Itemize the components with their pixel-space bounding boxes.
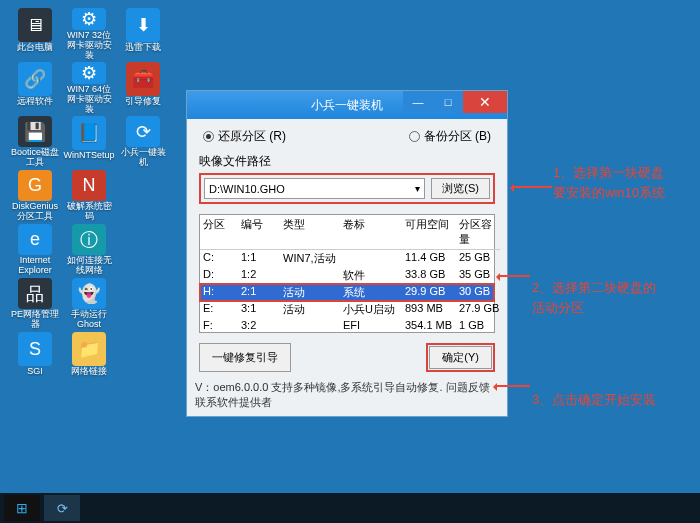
cell (280, 318, 340, 332)
desktop-icon-PE网络管理器[interactable]: 品PE网络管理器 (10, 278, 60, 330)
desktop-icon-网络链接[interactable]: 📁网络链接 (64, 332, 114, 384)
image-path-input[interactable]: D:\WIN10.GHO ▾ (204, 178, 425, 199)
icon-label: DiskGenius分区工具 (10, 202, 60, 222)
desktop-icon-如何连接无线网络[interactable]: ⓘ如何连接无线网络 (64, 224, 114, 276)
taskbar[interactable]: ⊞ ⟳ (0, 493, 700, 523)
col-header[interactable]: 卷标 (340, 215, 402, 250)
arrow-1 (512, 186, 552, 188)
desktop-icon-Internet Explorer[interactable]: eInternet Explorer (10, 224, 60, 276)
app-icon: ⚙ (72, 8, 106, 30)
desktop-icon-破解系统密码[interactable]: N破解系统密码 (64, 170, 114, 222)
cell: 软件 (340, 267, 402, 284)
icon-label: 引导修复 (125, 97, 161, 107)
ok-highlight: 确定(Y) (426, 343, 495, 372)
annotation-3: 3、点击确定开始安装 (532, 390, 656, 410)
desktop-icon-Bootice磁盘工具[interactable]: 💾Bootice磁盘工具 (10, 116, 60, 168)
col-header[interactable]: 编号 (238, 215, 280, 250)
icon-label: WIN7 64位网卡驱动安装 (64, 85, 114, 115)
cell: 活动 (280, 284, 340, 301)
desktop-icon-远程软件[interactable]: 🔗远程软件 (10, 62, 60, 114)
app-icon: 📁 (72, 332, 106, 366)
desktop-icon-SGI[interactable]: SSGI (10, 332, 60, 384)
cell: F: (200, 318, 238, 332)
cell: 1:2 (238, 267, 280, 284)
desktop-icon-WIN7 64位网卡驱动安装[interactable]: ⚙WIN7 64位网卡驱动安装 (64, 62, 114, 114)
desktop-icon-WinNTSetup[interactable]: 📘WinNTSetup (64, 116, 114, 168)
cell: 3:1 (238, 301, 280, 318)
desktop: 🖥此台电脑⚙WIN7 32位网卡驱动安装⬇迅雷下载🔗远程软件⚙WIN7 64位网… (0, 0, 700, 523)
cell: 1:1 (238, 250, 280, 267)
col-header[interactable]: 分区容量 (456, 215, 500, 250)
icon-label: Bootice磁盘工具 (10, 148, 60, 168)
start-button[interactable]: ⊞ (4, 495, 40, 521)
desktop-icon-此台电脑[interactable]: 🖥此台电脑 (10, 8, 60, 60)
annotation-2: 2、选择第二块硬盘的 活动分区 (532, 278, 656, 317)
restore-label: 还原分区 (R) (218, 128, 286, 145)
table-row[interactable]: H:2:1活动系统29.9 GB30 GB (200, 284, 494, 301)
icon-label: 手动运行Ghost (64, 310, 114, 330)
desktop-icon-WIN7 32位网卡驱动安装[interactable]: ⚙WIN7 32位网卡驱动安装 (64, 8, 114, 60)
table-row[interactable]: D:1:2软件33.8 GB35 GB (200, 267, 494, 284)
app-icon: S (18, 332, 52, 366)
maximize-button[interactable]: □ (433, 91, 463, 113)
cell: C: (200, 250, 238, 267)
cell: 活动 (280, 301, 340, 318)
cell (280, 267, 340, 284)
arrow-3 (495, 385, 530, 387)
cell: 30 GB (456, 284, 500, 301)
col-header[interactable]: 可用空间 (402, 215, 456, 250)
repair-boot-button[interactable]: 一键修复引导 (199, 343, 291, 372)
icon-label: 破解系统密码 (64, 202, 114, 222)
desktop-icon-手动运行Ghost[interactable]: 👻手动运行Ghost (64, 278, 114, 330)
backup-label: 备份分区 (B) (424, 128, 491, 145)
desktop-icon-引导修复[interactable]: 🧰引导修复 (118, 62, 168, 114)
cell: 1 GB (456, 318, 500, 332)
table-row[interactable]: F:3:2EFI354.1 MB1 GB (200, 318, 494, 332)
chevron-down-icon[interactable]: ▾ (415, 183, 420, 194)
restore-radio[interactable]: 还原分区 (R) (203, 128, 286, 145)
col-header[interactable]: 分区 (200, 215, 238, 250)
cell: H: (200, 284, 238, 301)
titlebar[interactable]: 小兵一键装机 — □ ✕ (187, 91, 507, 119)
annotation-1: 1、选择第一块硬盘 要安装的win10系统 (553, 163, 665, 202)
cell: 11.4 GB (402, 250, 456, 267)
desktop-icon-迅雷下载[interactable]: ⬇迅雷下载 (118, 8, 168, 60)
icon-label: 远程软件 (17, 97, 53, 107)
cell: 25 GB (456, 250, 500, 267)
desktop-icon-DiskGenius分区工具[interactable]: GDiskGenius分区工具 (10, 170, 60, 222)
task-installer[interactable]: ⟳ (44, 495, 80, 521)
table-row[interactable]: C:1:1WIN7,活动11.4 GB25 GB (200, 250, 494, 267)
col-header[interactable]: 类型 (280, 215, 340, 250)
app-icon: ⬇ (126, 8, 160, 42)
app-icon: 品 (18, 278, 52, 309)
app-icon: 💾 (18, 116, 52, 147)
icon-label: Internet Explorer (10, 256, 60, 276)
cell: 27.9 GB (456, 301, 500, 318)
icon-label: 此台电脑 (17, 43, 53, 53)
icon-label: 如何连接无线网络 (64, 256, 114, 276)
cell: WIN7,活动 (280, 250, 340, 267)
close-button[interactable]: ✕ (463, 91, 507, 113)
status-text: V：oem6.0.0.0 支持多种镜像,多系统引导自动修复. 问题反馈联系软件提… (187, 378, 507, 416)
icon-label: PE网络管理器 (10, 310, 60, 330)
app-icon: ⚙ (72, 62, 106, 84)
installer-dialog: 小兵一键装机 — □ ✕ 还原分区 (R) 备份分区 (B) 映像文件路径 D:… (186, 90, 508, 417)
app-icon: 🔗 (18, 62, 52, 96)
icon-label: 网络链接 (71, 367, 107, 377)
browse-button[interactable]: 浏览(S) (431, 178, 490, 199)
cell: 小兵U启动 (340, 301, 402, 318)
app-icon: e (18, 224, 52, 255)
table-row[interactable]: E:3:1活动小兵U启动893 MB27.9 GB (200, 301, 494, 318)
minimize-button[interactable]: — (403, 91, 433, 113)
ok-button[interactable]: 确定(Y) (429, 346, 492, 369)
icon-label: 迅雷下载 (125, 43, 161, 53)
radio-icon (203, 131, 214, 142)
desktop-icon-小兵一键装机[interactable]: ⟳小兵一键装机 (118, 116, 168, 168)
app-icon: G (18, 170, 52, 201)
image-path-value: D:\WIN10.GHO (209, 183, 285, 195)
image-path-row: D:\WIN10.GHO ▾ 浏览(S) (199, 173, 495, 204)
image-path-label: 映像文件路径 (199, 153, 495, 170)
backup-radio[interactable]: 备份分区 (B) (409, 128, 491, 145)
partition-table: 分区编号类型卷标可用空间分区容量 C:1:1WIN7,活动11.4 GB25 G… (199, 214, 495, 333)
cell: 33.8 GB (402, 267, 456, 284)
